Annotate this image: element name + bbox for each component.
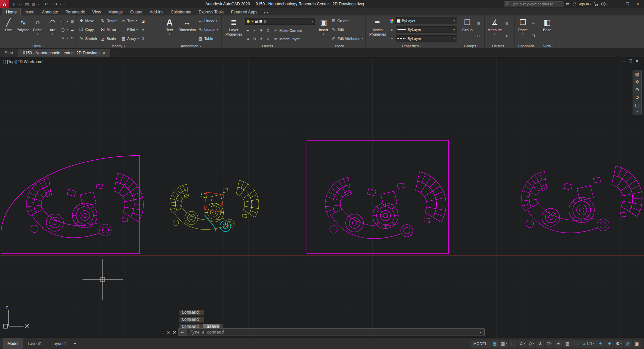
match-layer-button[interactable]: ≋Match Layer xyxy=(272,36,301,42)
annotation-scale-button[interactable]: ▲ 1:1 ▾ xyxy=(581,340,596,348)
make-current-button[interactable]: ✓Make Current xyxy=(272,28,303,33)
showmotion-icon[interactable]: ▢ xyxy=(635,103,639,107)
paste-button[interactable]: ❒ Paste ▾ xyxy=(516,16,530,43)
tab-insert[interactable]: Insert xyxy=(21,8,38,15)
mirror-button[interactable]: ⋈Mirror xyxy=(99,27,118,32)
edit-block-button[interactable]: ✎Edit xyxy=(330,27,364,32)
linear-dropdown-icon[interactable]: ▾ xyxy=(216,19,217,22)
layer-walk-icon[interactable]: ≋ xyxy=(245,36,251,41)
modify-panel-title[interactable]: Modify ▾ xyxy=(76,43,160,49)
drawing-tab-close-icon[interactable]: ✕ xyxy=(102,51,105,55)
command-window-grip[interactable]: ∷ xyxy=(162,330,164,335)
save-icon[interactable]: ▤ xyxy=(24,2,30,6)
viewport-close-button[interactable]: ✕ xyxy=(636,59,639,63)
annotation-scale-dropdown-icon[interactable]: ▾ xyxy=(593,342,594,345)
stretch-button[interactable]: ⇲Stretch xyxy=(78,36,98,41)
orbit-icon[interactable]: ↺ xyxy=(635,95,639,100)
tab-manage[interactable]: Manage xyxy=(105,8,126,15)
minimize-button[interactable]: ─ xyxy=(612,0,623,8)
lineweight-display-toggle[interactable]: ≡ xyxy=(554,340,562,348)
zoom-icon[interactable]: ⊕ xyxy=(635,87,639,92)
rotate-button[interactable]: ↻Rotate xyxy=(99,18,118,23)
connectivity-menu-button[interactable]: ● ▾ xyxy=(261,9,271,15)
navbar-dropdown-icon[interactable]: ▾ xyxy=(636,110,638,113)
model-space-button[interactable]: MODEL xyxy=(471,340,490,348)
utilities-panel-title[interactable]: Utilities ▾ xyxy=(485,43,514,49)
view-panel-title[interactable]: View ▾ xyxy=(538,43,559,49)
isodraft-dropdown-icon[interactable]: ▾ xyxy=(533,342,534,345)
open-file-icon[interactable]: ▱ xyxy=(17,2,24,6)
navigation-wheel-icon[interactable]: ◍ xyxy=(635,72,639,77)
polar-dropdown-icon[interactable]: ▾ xyxy=(524,342,525,345)
plot-icon[interactable]: ▭ xyxy=(37,2,43,6)
ellipse-dropdown-icon[interactable]: ▾ xyxy=(66,27,69,32)
autocad-logo[interactable]: A xyxy=(0,0,9,8)
layer-freeze-icon[interactable]: ❄ xyxy=(259,28,264,33)
scale-button[interactable]: ◿Scale xyxy=(99,36,118,41)
redo-icon[interactable]: ↷ xyxy=(53,2,59,6)
fillet-button[interactable]: ◟Fillet▾ xyxy=(120,27,140,32)
rectangle-dropdown-icon[interactable]: ▾ xyxy=(66,19,69,24)
tab-home[interactable]: Home xyxy=(2,8,21,15)
layer-thaw-all-icon[interactable]: ☀ xyxy=(259,36,264,41)
measure-button[interactable]: ∡ Measure ▾ xyxy=(486,16,503,43)
spline-tool-icon[interactable]: ∿ xyxy=(60,36,65,41)
arc-dropdown-icon[interactable]: ▾ xyxy=(52,33,53,36)
viewport-restore-button[interactable]: ❐ xyxy=(629,59,632,63)
viewport-visualstyle-control[interactable]: [2D Wireframe] xyxy=(16,59,44,64)
annotation-panel-title[interactable]: Annotation ▾ xyxy=(160,43,221,49)
properties-panel-title[interactable]: Properties ▾ xyxy=(366,43,458,49)
polyline-button[interactable]: ∿ Polyline xyxy=(16,16,30,43)
id-point-icon[interactable]: ✚ xyxy=(504,34,509,39)
start-tab[interactable]: Start xyxy=(0,49,18,57)
clipboard-panel-title[interactable]: Clipboard xyxy=(515,43,538,49)
drawing-tab[interactable]: 0150 - Nanotechnolo...enter - 2D Drawing… xyxy=(18,49,110,57)
tab-parametric[interactable]: Parametric xyxy=(62,8,89,15)
object-snap-tracking-toggle[interactable]: ∡ xyxy=(536,340,544,348)
viewport-control-menu[interactable]: [-] xyxy=(3,59,6,64)
clean-screen-button[interactable]: ▣ xyxy=(633,340,641,348)
workspace-switching-button[interactable]: ⚙▾ xyxy=(614,340,623,348)
copy-button[interactable]: ❐Copy xyxy=(78,27,98,32)
lineweight-list-icon[interactable]: ≡ xyxy=(389,27,394,32)
object-color-dropdown-icon[interactable]: ▾ xyxy=(453,19,455,22)
exchange-apps-icon[interactable]: ⇄ xyxy=(566,2,570,6)
tab-output[interactable]: Output xyxy=(126,8,146,15)
layer-combo[interactable]: ☀ 0 ▾ xyxy=(245,18,315,25)
measure-dropdown-icon[interactable]: ▾ xyxy=(494,33,495,36)
text-dropdown-icon[interactable]: ▾ xyxy=(169,33,170,36)
undo-dropdown-icon[interactable]: ▾ xyxy=(49,3,53,6)
new-drawing-tab-button[interactable]: + xyxy=(110,49,120,57)
layer-combo-dropdown-icon[interactable]: ▾ xyxy=(312,20,313,23)
explode-tool-icon[interactable]: ✳ xyxy=(141,27,146,32)
layer-isolate-icon[interactable]: ◐ xyxy=(252,28,257,33)
text-button[interactable]: A Text ▾ xyxy=(162,16,177,43)
circle-dropdown-icon[interactable]: ▾ xyxy=(37,33,38,36)
search-input[interactable] xyxy=(511,2,562,6)
save-as-icon[interactable]: ▥ xyxy=(30,2,37,6)
color-wheel-icon[interactable] xyxy=(389,18,394,23)
linetype-combo[interactable]: ByLayer ▾ xyxy=(396,35,457,42)
create-block-button[interactable]: ⊞Create xyxy=(330,18,364,23)
object-color-combo[interactable]: ByLayer ▾ xyxy=(395,17,457,24)
osnap-dropdown-icon[interactable]: ▾ xyxy=(550,342,552,345)
circle-button[interactable]: ○ Circle ▾ xyxy=(31,16,45,43)
viewport-view-control[interactable]: [Top] xyxy=(7,59,16,64)
block-panel-title[interactable]: Block ▾ xyxy=(316,43,365,49)
layers-panel-title[interactable]: Layers ▾ xyxy=(222,43,316,49)
command-prompt-button[interactable]: ▸ ▾ xyxy=(178,329,187,336)
restore-button[interactable]: ❐ xyxy=(623,0,633,8)
selection-cycling-toggle[interactable]: ❏ xyxy=(572,340,581,348)
isolate-objects-button[interactable]: ◎ xyxy=(624,340,632,348)
layer-lock-tool-icon[interactable]: ⊖ xyxy=(252,36,257,41)
redo-dropdown-icon[interactable]: ▾ xyxy=(59,3,62,6)
layout2-tab[interactable]: Layout2 xyxy=(47,338,70,349)
layout1-tab[interactable]: Layout1 xyxy=(23,338,47,349)
close-button[interactable]: ✕ xyxy=(633,0,643,8)
trim-dropdown-icon[interactable]: ▾ xyxy=(136,19,137,22)
pan-icon[interactable]: ✥ xyxy=(635,80,639,84)
annotation-visibility-toggle[interactable]: ✦ xyxy=(596,340,605,348)
drawing-canvas[interactable]: Y xyxy=(0,58,644,338)
ellipse-tool-icon[interactable]: ◯ xyxy=(60,27,65,32)
model-tab[interactable]: Model xyxy=(3,338,23,349)
